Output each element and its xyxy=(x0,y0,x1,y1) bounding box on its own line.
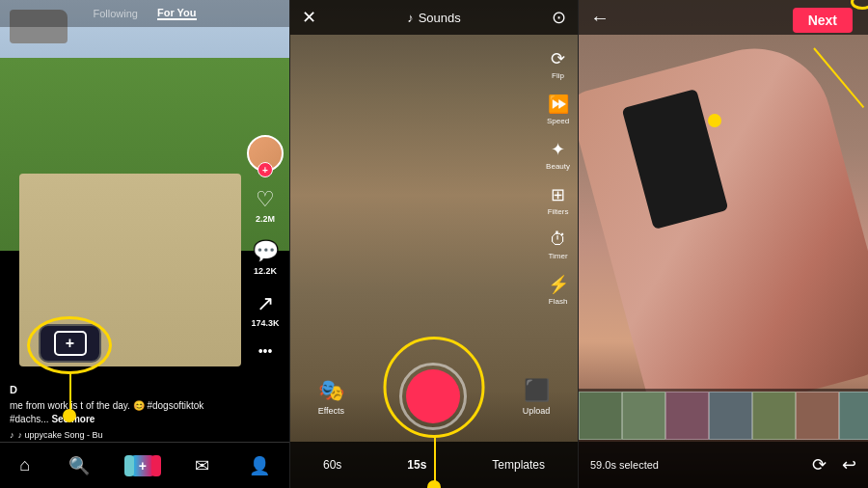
like-button-group[interactable]: ♡ 2.2M xyxy=(256,187,275,224)
post-sound: ♪ ♪ uppycake Song - Bu xyxy=(10,430,236,440)
panel-feed: Following For You + ♡ 2.2M 💬 12.2K ↗ 174… xyxy=(0,0,289,488)
back-button[interactable]: ← xyxy=(590,7,610,29)
flash-icon: ⚡ xyxy=(548,274,569,295)
selected-duration: 59.0s selected xyxy=(590,459,659,471)
film-frame-7 xyxy=(839,392,868,440)
profile-icon: 👤 xyxy=(249,455,270,476)
nav-profile[interactable]: 👤 xyxy=(249,455,270,476)
film-frame-5 xyxy=(752,392,796,440)
nav-search[interactable]: 🔍 xyxy=(68,455,90,476)
panel-camera: ✕ ♪ Sounds ⊙ ⟳ Flip ⏩ Speed ✦ Beauty ⊞ F… xyxy=(289,0,579,488)
record-button-inner[interactable] xyxy=(406,369,460,423)
feed-tab-bar: Following For You xyxy=(0,0,289,27)
beauty-label: Beauty xyxy=(546,162,570,171)
create-plus-icon: + xyxy=(139,458,147,474)
beauty-icon: ✦ xyxy=(551,139,565,160)
upload-button[interactable]: ⬛ Upload xyxy=(523,378,551,416)
editor-controls: ⟳ ↩ xyxy=(812,454,856,475)
camera-tools: ⟳ Flip ⏩ Speed ✦ Beauty ⊞ Filters ⏱ Time… xyxy=(546,48,570,306)
heart-icon: ♡ xyxy=(256,187,275,212)
close-button[interactable]: ✕ xyxy=(302,7,316,28)
tool-beauty[interactable]: ✦ Beauty xyxy=(546,139,570,171)
post-description: me from work is t of the day. 😊 #dogsoft… xyxy=(10,399,236,426)
tab-for-you[interactable]: For You xyxy=(157,7,197,20)
comment-button-group[interactable]: 💬 12.2K xyxy=(253,239,279,276)
effects-icon: 🎭 xyxy=(318,378,344,403)
annotation-dot-p3 xyxy=(708,114,721,127)
music-note-icon: ♪ xyxy=(10,430,14,440)
more-button-group[interactable]: ••• xyxy=(258,343,273,359)
search-icon: 🔍 xyxy=(68,455,90,476)
annotation-dot-p1 xyxy=(63,409,76,422)
post-caption-area: D me from work is t of the day. 😊 #dogso… xyxy=(10,384,236,440)
film-frame-1 xyxy=(579,392,622,440)
sounds-label[interactable]: ♪ Sounds xyxy=(407,11,461,25)
record-button-outer[interactable] xyxy=(399,363,467,430)
tab-templates[interactable]: Templates xyxy=(492,458,545,472)
creator-avatar-wrapper: + xyxy=(247,135,284,172)
editor-statusbar: 59.0s selected ⟳ ↩ xyxy=(579,442,868,488)
film-frame-6 xyxy=(796,392,839,440)
upload-label: Upload xyxy=(523,406,551,416)
rotate-icon[interactable]: ⟳ xyxy=(812,454,827,475)
feed-sidebar: + ♡ 2.2M 💬 12.2K ↗ 174.3K ••• xyxy=(247,135,284,359)
camera-topbar: ✕ ♪ Sounds ⊙ xyxy=(290,0,578,35)
create-post-button[interactable]: + xyxy=(39,324,101,363)
follow-plus-icon[interactable]: + xyxy=(258,162,273,177)
filters-label: Filters xyxy=(548,207,569,216)
annotation-dot-p2 xyxy=(427,480,441,488)
share-button-group[interactable]: ↗ 174.3K xyxy=(251,291,279,328)
timer-icon: ⏱ xyxy=(550,230,567,250)
music-icon: ♪ xyxy=(407,11,414,25)
flip-label: Flip xyxy=(552,71,564,80)
share-count: 174.3K xyxy=(251,318,279,328)
create-icon: + xyxy=(54,331,87,356)
share-icon: ↗ xyxy=(257,291,274,316)
post-description-text: me from work is t of the day. 😊 #dogsoft… xyxy=(10,400,203,424)
inbox-icon: ✉ xyxy=(195,455,209,476)
film-frame-4 xyxy=(709,392,752,440)
tool-flash[interactable]: ⚡ Flash xyxy=(548,274,569,306)
filters-icon: ⊞ xyxy=(551,184,565,205)
sounds-text: Sounds xyxy=(419,11,461,25)
tool-speed[interactable]: ⏩ Speed xyxy=(547,94,569,125)
more-icon: ••• xyxy=(258,343,273,359)
next-button[interactable]: Next xyxy=(793,8,853,33)
bottom-navigation: ⌂ 🔍 + ✉ 👤 xyxy=(0,442,289,488)
tab-15s[interactable]: 15s xyxy=(407,458,426,472)
tool-timer[interactable]: ⏱ Timer xyxy=(548,230,567,260)
comment-icon: 💬 xyxy=(253,239,279,264)
flip-icon: ⟳ xyxy=(551,48,565,69)
video-filmstrip[interactable] xyxy=(579,389,868,442)
sound-name: ♪ uppycake Song - Bu xyxy=(18,430,103,440)
tool-flip[interactable]: ⟳ Flip xyxy=(551,48,565,80)
share-icon[interactable]: ↩ xyxy=(842,454,856,475)
upload-icon: ⬛ xyxy=(524,378,550,403)
settings-icon[interactable]: ⊙ xyxy=(552,7,566,28)
effects-label: Effects xyxy=(318,406,344,416)
effects-button[interactable]: 🎭 Effects xyxy=(318,378,344,416)
timer-label: Timer xyxy=(548,252,567,260)
post-username: D xyxy=(10,384,236,395)
film-frame-3 xyxy=(665,392,709,440)
record-area: 🎭 Effects ⬛ Upload xyxy=(290,363,578,430)
nav-inbox[interactable]: ✉ xyxy=(195,455,209,476)
tab-60s[interactable]: 60s xyxy=(323,458,341,472)
flash-label: Flash xyxy=(549,297,568,306)
speed-label: Speed xyxy=(547,117,569,125)
panel-editor: ← Next 59.0s selected ⟳ ↩ xyxy=(579,0,868,488)
create-button[interactable]: + xyxy=(129,455,156,476)
speed-icon: ⏩ xyxy=(548,94,569,115)
film-frame-2 xyxy=(622,392,665,440)
nav-create[interactable]: + xyxy=(129,455,156,476)
home-icon: ⌂ xyxy=(19,455,30,475)
comment-count: 12.2K xyxy=(254,266,277,276)
tab-following[interactable]: Following xyxy=(93,8,137,19)
nav-home[interactable]: ⌂ xyxy=(19,455,30,475)
tool-filters[interactable]: ⊞ Filters xyxy=(548,184,569,216)
like-count: 2.2M xyxy=(256,214,275,224)
